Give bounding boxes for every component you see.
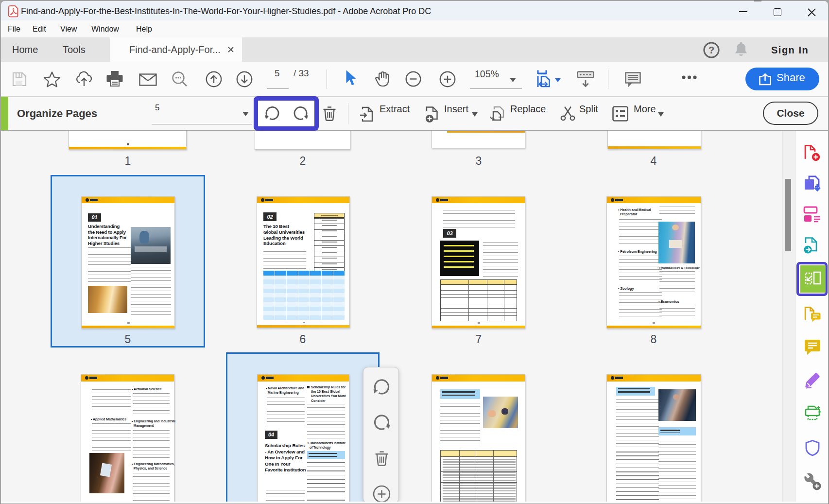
svg-text:?: ? <box>708 45 714 55</box>
